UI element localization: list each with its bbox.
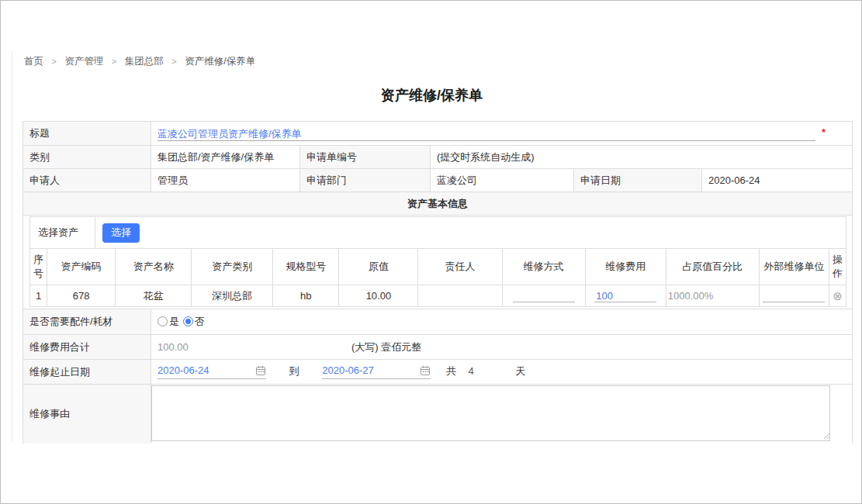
- repair-cost-input[interactable]: 100: [594, 289, 656, 302]
- category-label: 类别: [23, 146, 151, 169]
- col-seq: 序号: [30, 249, 47, 285]
- cell-owner: [418, 285, 502, 307]
- cell-actions: ⊗: [829, 285, 846, 307]
- calendar-icon[interactable]: [255, 365, 266, 376]
- end-date-value: 2020-06-27: [322, 364, 374, 376]
- col-owner: 责任人: [418, 249, 502, 285]
- breadcrumb-item-current: 资产维修/保养单: [185, 56, 255, 67]
- remove-row-icon[interactable]: ⊗: [833, 289, 843, 302]
- col-model: 规格型号: [273, 249, 339, 285]
- radio-no[interactable]: 否: [183, 315, 205, 329]
- radio-no-circle-icon: [183, 316, 193, 326]
- applicant-value: 管理员: [151, 169, 300, 192]
- breadcrumb: 首页 > 资产管理 > 集团总部 > 资产维修/保养单: [24, 55, 255, 68]
- select-asset-row: 选择资产 选择: [29, 216, 846, 248]
- total-cost-row: 维修费用合计 100.00(大写) 壹佰元整: [23, 335, 853, 360]
- start-date-value: 2020-06-24: [158, 364, 209, 376]
- request-no-value: (提交时系统自动生成): [431, 146, 853, 169]
- col-external-unit: 外部维修单位: [759, 249, 829, 285]
- asset-table-header: 序号 资产编码 资产名称 资产类别 规格型号 原值 责任人 维修方式 维修费用 …: [30, 249, 846, 285]
- start-date-input[interactable]: 2020-06-24: [158, 364, 266, 379]
- reason-cell: [151, 385, 853, 444]
- cell-external-unit: [759, 285, 829, 307]
- cell-repair-cost: 100: [585, 285, 666, 307]
- cell-original-value: 10.00: [339, 285, 418, 307]
- total-cost-capitalized: (大写) 壹佰元整: [351, 341, 421, 353]
- asset-block-cell: 选择资产 选择: [23, 216, 853, 309]
- date-range-label: 维修起止日期: [23, 360, 151, 385]
- section-header-row: 资产基本信息: [23, 192, 853, 216]
- cell-asset-category: 深圳总部: [192, 285, 273, 307]
- required-asterisk: *: [822, 126, 826, 138]
- select-asset-button[interactable]: 选择: [102, 223, 140, 243]
- select-asset-label: 选择资产: [30, 217, 95, 248]
- col-repair-method: 维修方式: [502, 249, 585, 285]
- breadcrumb-item-group-hq[interactable]: 集团总部: [125, 56, 164, 67]
- total-cost-label: 维修费用合计: [23, 335, 151, 360]
- breadcrumb-separator: >: [112, 57, 116, 66]
- cell-repair-method: [502, 285, 585, 307]
- need-parts-options: 是 否: [151, 309, 853, 335]
- radio-yes-label: 是: [169, 315, 179, 329]
- department-value: 蓝凌公司: [431, 169, 574, 192]
- asset-repair-form-page: 首页 > 资产管理 > 集团总部 > 资产维修/保养单 资产维修/保养单 标题 …: [0, 0, 862, 504]
- request-no-label: 申请单编号: [300, 146, 431, 169]
- cell-seq: 1: [30, 285, 47, 307]
- breadcrumb-item-home[interactable]: 首页: [24, 56, 43, 67]
- asset-table-row: 1 678 花盆 深圳总部 hb 10.00: [30, 285, 846, 307]
- col-percent-of-value: 占原值百分比: [666, 249, 759, 285]
- calendar-icon[interactable]: [420, 365, 431, 376]
- date-range-row: 维修起止日期 2020-06-24: [23, 360, 853, 385]
- col-actions: 操作: [829, 249, 846, 285]
- form-table: 标题 蓝凌公司管理员资产维修/保养单* 类别 集团总部/资产维修/保养单 申请单…: [23, 121, 853, 444]
- page-title: 资产维修/保养单: [1, 86, 862, 105]
- total-cost-cell: 100.00(大写) 壹佰元整: [151, 335, 853, 360]
- reason-label: 维修事由: [23, 385, 151, 444]
- apply-date-value: 2020-06-24: [702, 169, 853, 192]
- reason-row: 维修事由: [23, 385, 853, 444]
- applicant-label: 申请人: [23, 169, 151, 192]
- end-date-input[interactable]: 2020-06-27: [322, 364, 431, 379]
- days-value: 4: [469, 365, 474, 377]
- asset-table: 序号 资产编码 资产名称 资产类别 规格型号 原值 责任人 维修方式 维修费用 …: [29, 248, 846, 307]
- days-suffix: 天: [515, 365, 525, 377]
- repair-method-input[interactable]: [513, 289, 575, 302]
- title-value-cell: 蓝凌公司管理员资产维修/保养单*: [151, 122, 853, 146]
- breadcrumb-separator: >: [51, 57, 56, 66]
- breadcrumb-item-asset-management[interactable]: 资产管理: [64, 56, 103, 67]
- external-unit-input[interactable]: [763, 289, 825, 302]
- category-row: 类别 集团总部/资产维修/保养单 申请单编号 (提交时系统自动生成): [23, 146, 853, 169]
- days-prefix: 共: [446, 365, 456, 377]
- panel-divider: [12, 50, 12, 441]
- apply-date-label: 申请日期: [574, 169, 702, 192]
- title-input[interactable]: 蓝凌公司管理员资产维修/保养单: [158, 126, 815, 141]
- need-parts-row: 是否需要配件/耗材 是 否: [23, 309, 853, 335]
- need-parts-label: 是否需要配件/耗材: [23, 309, 151, 335]
- date-to-text: 到: [289, 365, 299, 377]
- cell-asset-code: 678: [47, 285, 116, 307]
- applicant-row: 申请人 管理员 申请部门 蓝凌公司 申请日期 2020-06-24: [23, 169, 853, 192]
- col-asset-code: 资产编码: [47, 249, 116, 285]
- category-value: 集团总部/资产维修/保养单: [151, 146, 300, 169]
- asset-block-row: 选择资产 选择: [23, 216, 853, 309]
- breadcrumb-separator: >: [171, 57, 176, 66]
- title-row: 标题 蓝凌公司管理员资产维修/保养单*: [23, 122, 853, 146]
- col-repair-cost: 维修费用: [585, 249, 666, 285]
- cell-percent-of-value: 1000.00%: [666, 285, 759, 307]
- department-label: 申请部门: [300, 169, 431, 192]
- cell-model: hb: [273, 285, 339, 307]
- title-label: 标题: [23, 122, 151, 146]
- cell-asset-name: 花盆: [116, 285, 192, 307]
- radio-no-label: 否: [195, 315, 205, 329]
- col-original-value: 原值: [339, 249, 418, 285]
- date-range-cell: 2020-06-24 到 2020-06-27: [151, 360, 853, 385]
- section-header-asset-info: 资产基本信息: [23, 192, 853, 216]
- total-cost-value: 100.00: [158, 341, 351, 353]
- col-asset-category: 资产类别: [192, 249, 273, 285]
- radio-yes[interactable]: 是: [158, 315, 179, 329]
- repair-reason-textarea[interactable]: [151, 385, 830, 441]
- radio-yes-circle-icon: [158, 316, 168, 326]
- col-asset-name: 资产名称: [116, 249, 192, 285]
